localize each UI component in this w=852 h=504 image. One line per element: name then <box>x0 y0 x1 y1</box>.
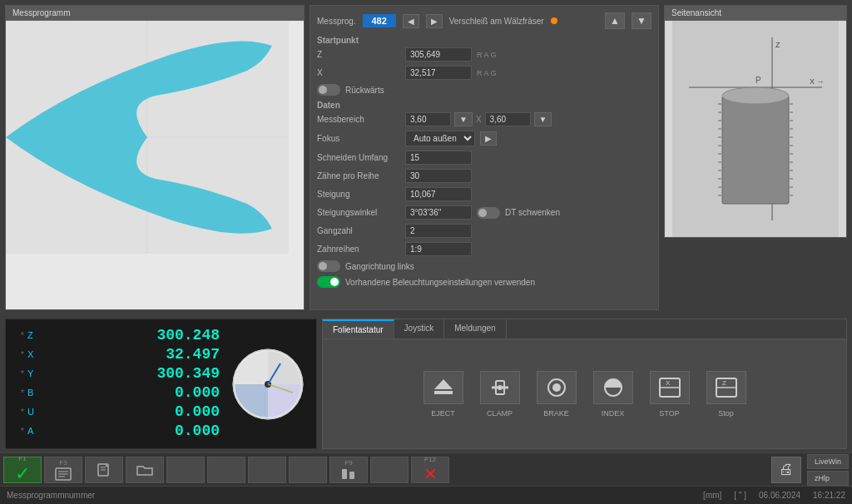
folder-icon <box>136 463 153 477</box>
tab-folientastatur[interactable]: Folientastatur <box>323 319 394 338</box>
f6-key[interactable] <box>207 457 245 483</box>
svg-rect-41 <box>434 391 453 394</box>
program-number[interactable]: 482 <box>363 14 396 27</box>
f3b-key[interactable] <box>85 457 123 483</box>
fokus-select[interactable]: Auto außen <box>405 131 475 146</box>
coord-b: * B 0.000 <box>12 384 220 401</box>
gauge-area <box>226 343 310 426</box>
brake-button[interactable]: BRAKE <box>537 371 577 418</box>
f9-key[interactable]: F9 <box>329 457 368 483</box>
messbereich-dd1[interactable]: ▼ <box>454 112 473 126</box>
stop-x-button[interactable]: X STOP <box>650 371 690 418</box>
coord-b-prefix: * <box>12 388 24 398</box>
side-view-title: Seitenansicht <box>665 6 846 21</box>
zaehne-label: Zähne pro Reihe <box>317 171 400 180</box>
index-button[interactable]: INDEX <box>593 371 633 418</box>
tab-bar: Folientastatur Joystick Meldungen <box>323 319 846 339</box>
zaehne-input[interactable] <box>405 169 472 183</box>
f3-key[interactable]: F3 <box>44 457 82 483</box>
f1-check-key[interactable]: F1 ✓ <box>3 457 42 483</box>
z-label: Z <box>317 50 400 59</box>
zahnreihen-input[interactable] <box>405 242 472 256</box>
nav-up[interactable]: ▲ <box>605 12 625 29</box>
status-time: 16:21:22 <box>813 491 845 500</box>
svg-text:P: P <box>755 76 761 85</box>
prog-nav-prev[interactable]: ◀ <box>403 14 419 28</box>
side-view-panel: Seitenansicht X → Z P <box>664 5 847 238</box>
schneiden-input[interactable] <box>405 151 472 165</box>
coord-a-axis: A <box>27 426 39 436</box>
coord-z-prefix: * <box>12 330 24 340</box>
startpunkt-header: Startpunkt <box>317 36 651 45</box>
steigung-input[interactable] <box>405 187 472 201</box>
tab-meldungen[interactable]: Meldungen <box>444 319 506 338</box>
coord-x-value: 32.497 <box>42 346 220 363</box>
print-key[interactable]: 🖨 <box>771 457 801 483</box>
f11-key[interactable]: F12 ✕ <box>411 457 449 483</box>
wear-label: Verschleiß am Wälzfräser <box>449 17 544 26</box>
stop-x-icon: X <box>650 371 690 404</box>
messbereich-row: Messbereich ▼ X ▼ <box>317 112 651 126</box>
f9-icon <box>340 467 357 481</box>
coord-u-value: 0.000 <box>42 403 220 420</box>
livewin-button[interactable]: LiveWin <box>807 454 849 469</box>
gangrichtung-toggle[interactable] <box>317 260 340 272</box>
side-buttons: LiveWin zHlp <box>807 454 849 486</box>
f4-key[interactable] <box>126 457 164 483</box>
svg-rect-62 <box>342 469 347 479</box>
prog-nav-next[interactable]: ▶ <box>426 14 443 28</box>
gangzahl-input[interactable] <box>405 224 472 238</box>
x-rag: R A G <box>477 69 497 77</box>
f5-key[interactable] <box>166 457 205 483</box>
clamp-button[interactable]: CLAMP <box>480 371 520 418</box>
dt-schwenken-toggle[interactable] <box>477 207 500 219</box>
coord-b-value: 0.000 <box>42 384 220 401</box>
stop-z-label: Stop <box>718 409 734 418</box>
coord-y-axis: Y <box>27 368 39 378</box>
tab-joystick[interactable]: Joystick <box>394 319 445 338</box>
svg-point-46 <box>552 383 561 392</box>
messbereich-inputs: ▼ X ▼ <box>405 112 552 126</box>
eject-icon <box>424 371 463 404</box>
z-input[interactable] <box>405 47 472 62</box>
x-row: X R A G <box>317 66 651 80</box>
status-date: 06.06.2024 <box>759 491 800 500</box>
steigungswinkel-input[interactable] <box>405 205 472 220</box>
coord-u-axis: U <box>27 407 39 417</box>
zhlp-button[interactable]: zHlp <box>807 471 849 486</box>
messbereich-label: Messbereich <box>317 115 400 124</box>
messbereich-y-input[interactable] <box>485 112 531 126</box>
f1-num: F1 <box>18 455 26 462</box>
coord-z: * Z 300.248 <box>12 327 220 343</box>
svg-rect-63 <box>349 472 354 479</box>
clamp-label: CLAMP <box>487 409 513 418</box>
messbereich-dd2[interactable]: ▼ <box>534 112 552 126</box>
beleuchtung-toggle[interactable] <box>317 276 340 288</box>
fokus-row: Fokus Auto außen ▶ <box>317 131 651 146</box>
schneiden-label: Schneiden Umfang <box>317 153 400 162</box>
x-input[interactable] <box>405 66 472 80</box>
nav-down-small[interactable]: ▼ <box>632 12 651 29</box>
messbereich-x-input[interactable] <box>405 112 451 126</box>
print-area: 🖨 LiveWin zHlp <box>771 454 849 486</box>
f10-key[interactable] <box>370 457 409 483</box>
f7-key[interactable] <box>248 457 286 483</box>
f8-key[interactable] <box>289 457 327 483</box>
doc-icon <box>96 463 112 477</box>
fokus-extra[interactable]: ▶ <box>480 131 497 146</box>
gangzahl-row: Gangzahl <box>317 224 651 238</box>
svg-marker-40 <box>434 379 453 389</box>
rueckwaerts-toggle[interactable] <box>317 84 340 96</box>
eject-button[interactable]: EJECT <box>424 371 463 418</box>
index-icon <box>593 371 633 404</box>
stop-z-button[interactable]: Z Stop <box>706 371 746 418</box>
coordinates-panel: * Z 300.248 * X 32.497 * Y 300.349 * B <box>5 319 317 449</box>
f12-num: F12 <box>424 456 436 463</box>
coord-y-prefix: * <box>12 368 24 378</box>
status-angle: [ " ] <box>734 491 746 500</box>
x-label: X <box>317 68 400 77</box>
status-unit: [mm] <box>703 491 721 500</box>
status-left: Messprogrammnummer <box>7 491 95 500</box>
tab-folientastatur-content: EJECT CLAMP <box>323 339 846 448</box>
steigungswinkel-label: Steigungswinkel <box>317 208 400 217</box>
